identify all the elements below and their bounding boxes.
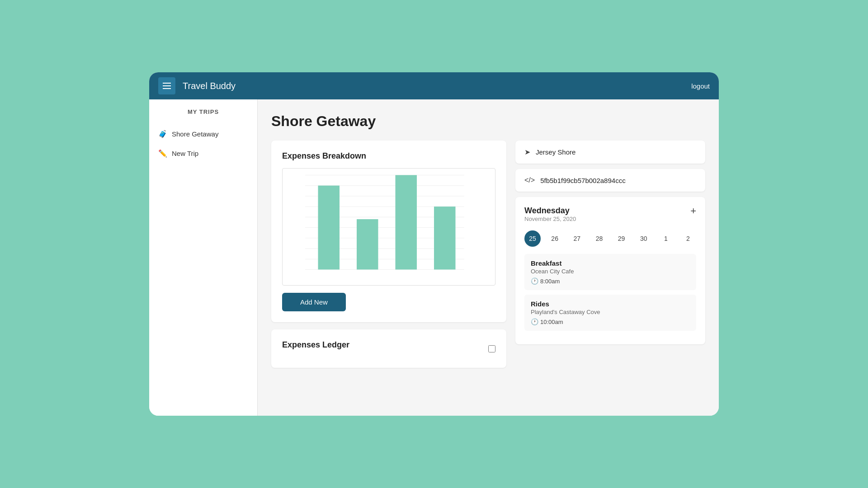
destination-label: Jersey Shore	[536, 148, 576, 156]
calendar-add-button[interactable]: +	[690, 206, 696, 216]
app-header: Travel Buddy logout	[149, 72, 719, 99]
calendar-date: November 25, 2020	[524, 216, 576, 222]
cal-day-29[interactable]: 29	[613, 230, 630, 247]
cal-day-28[interactable]: 28	[591, 230, 607, 247]
event-rides-location: Playland's Castaway Cove	[531, 309, 690, 315]
cal-day-2[interactable]: 2	[680, 230, 696, 247]
bar-andrew	[318, 186, 340, 270]
cal-day-27[interactable]: 27	[569, 230, 585, 247]
bar-rachel	[357, 219, 378, 269]
event-breakfast: Breakfast Ocean City Cafe 🕐 8:00am	[524, 254, 696, 290]
code-icon: </>	[524, 176, 535, 184]
event-breakfast-location: Ocean City Cafe	[531, 268, 690, 275]
bar-chart: 45 40 35 35 35 30 25 20 15 10	[305, 173, 477, 272]
event-rides: Rides Playland's Castaway Cove 🕐 10:00am	[524, 295, 696, 331]
clock-icon: 🕐	[531, 277, 538, 285]
event-breakfast-name: Breakfast	[531, 259, 690, 267]
event-breakfast-time: 🕐 8:00am	[531, 277, 690, 285]
add-new-button[interactable]: Add New	[282, 293, 346, 311]
sidebar: MY TRIPS 🧳 Shore Getaway ✏️ New Trip	[149, 99, 258, 416]
cal-day-25[interactable]: 25	[524, 230, 541, 247]
bar-ryan	[396, 175, 417, 270]
app-title: Travel Buddy	[183, 81, 236, 91]
event-rides-name: Rides	[531, 300, 690, 308]
cal-day-30[interactable]: 30	[636, 230, 652, 247]
cal-day-26[interactable]: 26	[547, 230, 563, 247]
ledger-card: Expenses Ledger	[271, 329, 506, 368]
ledger-title: Expenses Ledger	[282, 340, 349, 350]
expenses-breakdown-card: Expenses Breakdown	[271, 141, 506, 322]
bar-francesca	[434, 206, 456, 269]
logout-button[interactable]: logout	[691, 82, 710, 90]
expenses-breakdown-title: Expenses Breakdown	[282, 151, 495, 161]
sidebar-item-shore-getaway[interactable]: 🧳 Shore Getaway	[149, 124, 257, 144]
right-panel: ➤ Jersey Shore </> 5fb5b1f99cb57b002a894…	[515, 141, 705, 368]
main-content: Shore Getaway Expenses Breakdown	[258, 99, 719, 416]
expenses-chart: 45 40 35 35 35 30 25 20 15 10	[282, 168, 495, 286]
trip-code: 5fb5b1f99cb57b002a894ccc	[540, 177, 626, 184]
destination-card: ➤ Jersey Shore	[515, 141, 705, 164]
navigation-icon: ➤	[524, 148, 530, 156]
clock-icon-2: 🕐	[531, 318, 538, 325]
menu-button[interactable]	[158, 77, 175, 94]
sidebar-section-title: MY TRIPS	[149, 108, 257, 115]
ledger-checkbox[interactable]	[488, 345, 495, 352]
cal-day-1[interactable]: 1	[658, 230, 674, 247]
sidebar-item-label: Shore Getaway	[172, 130, 218, 138]
sidebar-item-label: New Trip	[172, 150, 198, 157]
calendar-days: 25 26 27 28 29 30 1 2	[524, 230, 696, 247]
sidebar-item-new-trip[interactable]: ✏️ New Trip	[149, 144, 257, 163]
calendar-card: Wednesday November 25, 2020 + 25 26 27 2…	[515, 197, 705, 344]
event-rides-time: 🕐 10:00am	[531, 318, 690, 325]
code-card: </> 5fb5b1f99cb57b002a894ccc	[515, 169, 705, 192]
page-title: Shore Getaway	[271, 113, 705, 130]
briefcase-icon: 🧳	[158, 130, 167, 138]
calendar-day-name: Wednesday	[524, 206, 576, 216]
pencil-icon: ✏️	[158, 149, 167, 158]
